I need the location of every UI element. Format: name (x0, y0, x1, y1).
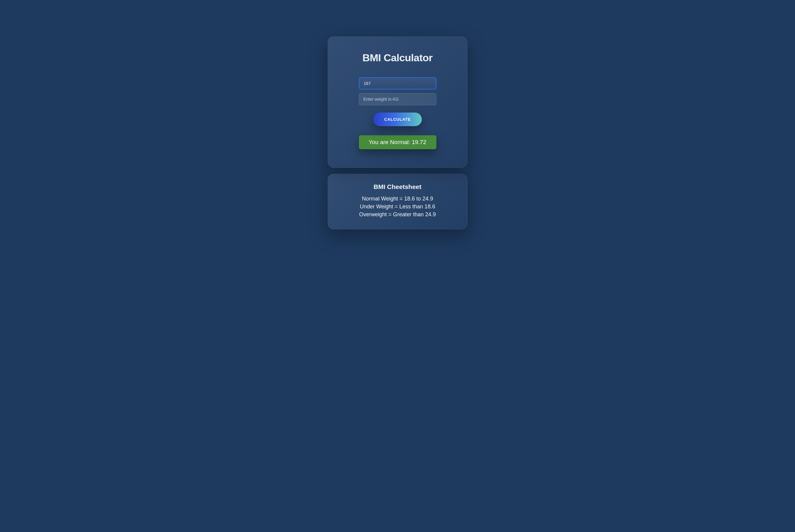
cheatsheet-title: BMI Cheetsheet (340, 183, 455, 190)
result-display: You are Normal: 19.72 (359, 135, 436, 149)
height-input[interactable] (359, 77, 436, 90)
page-title: BMI Calculator (343, 52, 452, 64)
cheatsheet-line: Normal Weight = 18.6 to 24.9 (340, 195, 455, 203)
bmi-calculator-card: BMI Calculator CALCULATE You are Normal:… (328, 36, 467, 168)
cheatsheet-lines: Normal Weight = 18.6 to 24.9 Under Weigh… (340, 195, 455, 218)
bmi-cheatsheet-card: BMI Cheetsheet Normal Weight = 18.6 to 2… (328, 174, 467, 229)
calculate-button[interactable]: CALCULATE (373, 113, 421, 126)
input-group (343, 77, 452, 105)
cheatsheet-line: Overweight = Greater than 24.9 (340, 210, 455, 218)
cheatsheet-line: Under Weight = Less than 18.6 (340, 203, 455, 210)
weight-input[interactable] (359, 93, 436, 105)
